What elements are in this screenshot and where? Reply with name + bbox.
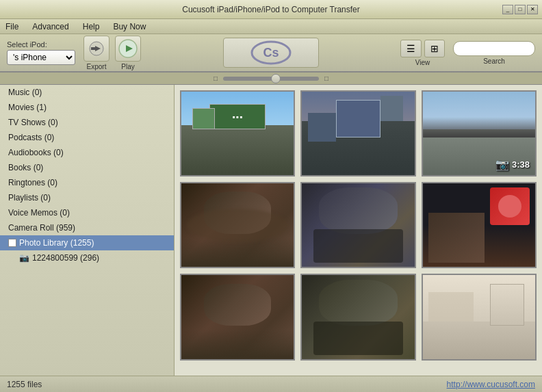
sidebar-item-ringtones[interactable]: Ringtones (0) xyxy=(0,175,174,190)
list-view-button[interactable]: ☰ xyxy=(400,40,422,57)
logo-area: Cs xyxy=(149,38,392,68)
ipod-select-group: Select iPod: 's iPhone xyxy=(7,40,75,65)
grid-view-button[interactable]: ⊞ xyxy=(424,40,445,57)
maximize-button[interactable]: □ xyxy=(515,5,526,14)
photo-7[interactable] xyxy=(180,274,295,360)
photo-4[interactable] xyxy=(180,182,295,268)
search-area: 🔍 Search xyxy=(453,41,535,65)
expand-icon: ▼ xyxy=(8,239,16,247)
export-label: Export xyxy=(87,63,107,70)
close-button[interactable]: ✕ xyxy=(527,5,538,14)
sidebar-item-cameraroll[interactable]: Camera Roll (959) xyxy=(0,220,174,235)
menu-buynow[interactable]: Buy Now xyxy=(110,21,149,33)
album-icon: 📷 xyxy=(19,253,29,263)
photo-2[interactable] xyxy=(300,90,415,177)
menu-help[interactable]: Help xyxy=(80,21,103,33)
sidebar-item-podcasts[interactable]: Podcasts (0) xyxy=(0,130,174,145)
export-button[interactable] xyxy=(83,36,109,62)
zoom-slider[interactable] xyxy=(223,77,319,81)
menu-advanced[interactable]: Advanced xyxy=(29,21,71,33)
sidebar-item-tvshows[interactable]: TV Shows (0) xyxy=(0,115,174,130)
play-label: Play xyxy=(121,63,134,70)
video-icon: 📷 xyxy=(495,158,509,171)
photo-1[interactable]: ■ ■ ■ xyxy=(180,90,295,177)
photo-9[interactable] xyxy=(422,274,537,360)
menu-file[interactable]: File xyxy=(3,21,21,33)
view-label: View xyxy=(415,59,430,66)
title-text: Cucusoft iPad/iPhone/iPod to Computer Tr… xyxy=(182,5,359,14)
sidebar: Music (0) Movies (1) TV Shows (0) Podcas… xyxy=(0,85,175,376)
sidebar-item-voicememos[interactable]: Voice Memos (0) xyxy=(0,205,174,220)
minimize-button[interactable]: _ xyxy=(502,5,513,14)
sidebar-item-music[interactable]: Music (0) xyxy=(0,85,174,100)
export-button-group: Export xyxy=(83,36,109,70)
search-label: Search xyxy=(483,57,505,65)
zoom-thumb[interactable] xyxy=(271,74,281,83)
photo-3[interactable]: 📷 3:38 xyxy=(422,90,537,177)
sidebar-item-books[interactable]: Books (0) xyxy=(0,160,174,175)
play-button[interactable] xyxy=(115,36,141,62)
photo-8[interactable] xyxy=(300,274,415,360)
photo-grid: ■ ■ ■ � xyxy=(180,90,537,361)
ipod-label: Select iPod: xyxy=(7,40,75,49)
video-duration: 3:38 xyxy=(512,159,530,170)
main-content: Music (0) Movies (1) TV Shows (0) Podcas… xyxy=(0,85,542,376)
menu-bar: File Advanced Help Buy Now xyxy=(0,19,542,34)
search-input[interactable] xyxy=(453,41,535,56)
sidebar-item-photolibrary[interactable]: ▼ Photo Library (1255) xyxy=(0,235,174,250)
sidebar-item-movies[interactable]: Movies (1) xyxy=(0,100,174,115)
zoom-in-icon: □ xyxy=(324,75,328,82)
title-bar: Cucusoft iPad/iPhone/iPod to Computer Tr… xyxy=(0,0,542,19)
svg-rect-2 xyxy=(91,47,96,50)
photo-area[interactable]: ■ ■ ■ � xyxy=(175,85,542,376)
sidebar-item-playlists[interactable]: Playlists (0) xyxy=(0,190,174,205)
photo-6[interactable] xyxy=(422,182,537,268)
video-overlay: 📷 3:38 xyxy=(495,158,530,171)
ipod-select[interactable]: 's iPhone xyxy=(7,50,75,65)
status-bar: 1255 files http://www.cucusoft.com xyxy=(0,376,542,392)
zoom-out-icon: □ xyxy=(214,75,218,82)
svg-text:Cs: Cs xyxy=(263,46,279,60)
view-area: ☰ ⊞ View xyxy=(400,40,445,66)
logo: Cs xyxy=(223,38,319,68)
zoom-bar: □ □ xyxy=(0,73,542,85)
website-link[interactable]: http://www.cucusoft.com xyxy=(447,380,535,389)
play-button-group: Play xyxy=(115,36,141,70)
window-controls[interactable]: _ □ ✕ xyxy=(502,5,538,14)
sidebar-item-audiobooks[interactable]: Audiobooks (0) xyxy=(0,145,174,160)
photo-5[interactable] xyxy=(300,182,415,268)
sidebar-item-album[interactable]: 📷 1224800599 (296) xyxy=(0,250,174,265)
toolbar: Select iPod: 's iPhone Export P xyxy=(0,34,542,73)
file-count: 1255 files xyxy=(7,380,42,389)
